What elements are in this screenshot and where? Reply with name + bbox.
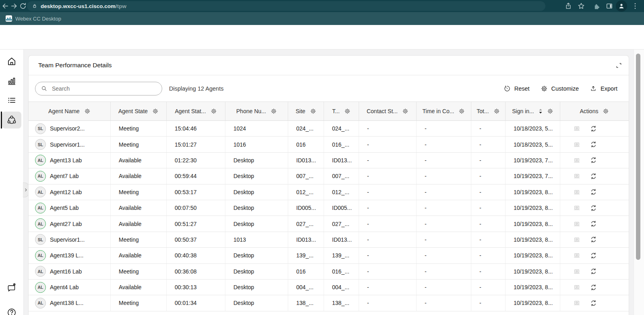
table-row[interactable]: AL Agent12 Lab Meeting 00:53:17 Desktop … — [29, 184, 629, 200]
monitor-agent-icon[interactable] — [573, 189, 580, 196]
sync-refresh-icon[interactable] — [590, 252, 597, 259]
agent-avatar: SL — [35, 139, 46, 150]
monitor-agent-icon[interactable] — [573, 220, 580, 228]
monitor-agent-icon[interactable] — [573, 236, 580, 243]
browser-back-icon[interactable] — [1, 2, 9, 10]
column-settings-gear-icon[interactable] — [270, 108, 277, 114]
table-row[interactable]: SL Supervisor1... Meeting 15:01:27 1016 … — [29, 137, 629, 152]
table-row[interactable]: SL Supervisor1... Meeting 00:50:37 1013 … — [29, 232, 629, 248]
monitor-agent-icon[interactable] — [573, 252, 580, 259]
table-row[interactable]: AL Agent7 Lab Available 00:59:44 Desktop… — [29, 168, 629, 184]
column-settings-gear-icon[interactable] — [547, 108, 553, 114]
page-scrollbar[interactable] — [634, 50, 644, 315]
sync-refresh-icon[interactable] — [590, 205, 597, 211]
table-row[interactable]: AL Agent138 L... Meeting 00:01:34 Deskto… — [29, 295, 629, 311]
time-in-contact-cell: - — [416, 248, 471, 263]
agent-state-cell: Meeting — [110, 121, 166, 136]
export-button[interactable]: Export — [590, 85, 617, 92]
total-cell: - — [471, 153, 505, 168]
table-row[interactable]: AL Agent5 Lab Available 00:07:50 Desktop… — [29, 200, 629, 216]
column-settings-gear-icon[interactable] — [84, 108, 91, 114]
side-panel-icon[interactable] — [605, 2, 613, 10]
url-bar[interactable]: desktop.wxcc-us1.cisco.com/tpw — [27, 1, 545, 11]
column-label: Contact St... — [367, 108, 398, 114]
agent-avatar: SL — [35, 123, 46, 134]
browser-reload-icon[interactable] — [19, 2, 27, 10]
table-row[interactable]: SL Supervisor2... Meeting 15:04:46 1024 … — [29, 121, 629, 137]
bookmark-star-icon[interactable] — [577, 2, 585, 10]
monitor-agent-icon[interactable] — [573, 172, 580, 180]
column-settings-gear-icon[interactable] — [603, 108, 609, 114]
sync-refresh-icon[interactable] — [590, 300, 597, 307]
table-row[interactable]: AL Agent4 Lab Available 00:30:13 Desktop… — [29, 280, 629, 295]
sidebar-item-help[interactable] — [6, 307, 17, 315]
search-input[interactable] — [51, 85, 153, 92]
phone-number-cell: Desktop — [225, 153, 288, 168]
tab-title[interactable]: Webex CC Desktop — [15, 16, 61, 22]
sidebar-item-home[interactable] — [6, 56, 17, 66]
team-cell: 139_... — [324, 248, 359, 263]
sidebar-item-team-performance[interactable] — [6, 115, 17, 125]
sync-refresh-icon[interactable] — [590, 141, 597, 148]
phone-number-cell: 1024 — [225, 121, 288, 136]
actions-cell — [560, 232, 629, 247]
sidebar-item-feedback[interactable] — [6, 282, 17, 293]
sync-refresh-icon[interactable] — [590, 284, 597, 291]
total-cell: - — [471, 200, 505, 216]
extensions-puzzle-icon[interactable] — [592, 2, 601, 10]
team-cell: 004_... — [324, 280, 359, 295]
table-row[interactable]: AL Agent13 Lab Available 01:22:30 Deskto… — [29, 153, 629, 168]
maximize-icon[interactable] — [615, 62, 622, 69]
search-box[interactable] — [35, 82, 162, 95]
sort-icon[interactable] — [539, 108, 543, 114]
share-icon[interactable] — [564, 2, 572, 10]
sync-refresh-icon[interactable] — [590, 220, 597, 227]
sync-refresh-icon[interactable] — [590, 236, 597, 243]
column-settings-gear-icon[interactable] — [310, 108, 316, 114]
column-settings-gear-icon[interactable] — [402, 108, 409, 114]
sync-refresh-icon[interactable] — [590, 268, 597, 275]
column-settings-gear-icon[interactable] — [493, 108, 500, 114]
agent-state-duration-cell: 00:59:44 — [166, 168, 225, 184]
table-row[interactable]: AL Agent16 Lab Meeting 00:36:08 Desktop … — [29, 264, 629, 280]
table-header-row: Agent NameAgent StateAgent Stat...Phone … — [29, 102, 629, 121]
scrollbar-thumb[interactable] — [636, 54, 640, 260]
monitor-agent-icon[interactable] — [573, 141, 580, 148]
total-cell: - — [471, 184, 505, 200]
chevron-right-icon — [24, 188, 28, 192]
monitor-agent-icon[interactable] — [573, 157, 580, 164]
sign-in-cell: 10/19/2023, 8... — [505, 184, 560, 200]
sync-refresh-icon[interactable] — [590, 157, 597, 164]
browser-menu-dots-icon[interactable] — [631, 2, 639, 10]
team-cell: 007_... — [324, 168, 359, 184]
reset-button[interactable]: Reset — [504, 85, 530, 92]
toolbar-actions: Reset Customize Export — [504, 85, 629, 92]
monitor-agent-icon[interactable] — [573, 268, 580, 275]
sync-refresh-icon[interactable] — [590, 189, 597, 195]
browser-forward-icon[interactable] — [10, 2, 18, 10]
lock-icon — [31, 3, 38, 9]
table-row[interactable]: AL Agent139 L... Available 00:40:38 Desk… — [29, 248, 629, 263]
column-settings-gear-icon[interactable] — [458, 108, 465, 114]
column-settings-gear-icon[interactable] — [152, 108, 159, 114]
table-row[interactable]: AL Agent27 Lab Available 00:51:27 Deskto… — [29, 216, 629, 232]
column-header-phone_number: Phone Nu... — [225, 102, 288, 120]
column-settings-gear-icon[interactable] — [211, 108, 217, 114]
agent-state-duration-cell: 00:50:37 — [166, 232, 225, 247]
phone-number-cell: Desktop — [225, 280, 288, 295]
monitor-agent-icon[interactable] — [573, 284, 580, 291]
sync-refresh-icon[interactable] — [590, 173, 597, 180]
column-label: Phone Nu... — [236, 108, 266, 114]
browser-profile-avatar[interactable] — [616, 0, 627, 12]
site-cell: 016 — [288, 137, 324, 152]
monitor-agent-icon[interactable] — [573, 299, 580, 307]
sync-refresh-icon[interactable] — [590, 125, 597, 132]
sidebar-item-analytics[interactable] — [6, 75, 17, 86]
monitor-agent-icon[interactable] — [573, 204, 580, 211]
monitor-agent-icon[interactable] — [573, 125, 580, 132]
customize-button[interactable]: Customize — [541, 85, 579, 92]
site-cell: 012_... — [288, 184, 324, 200]
column-settings-gear-icon[interactable] — [344, 108, 351, 114]
table-toolbar: Displaying 12 Agents Reset Customize Exp… — [29, 75, 629, 102]
sidebar-item-tasks[interactable] — [6, 95, 17, 106]
